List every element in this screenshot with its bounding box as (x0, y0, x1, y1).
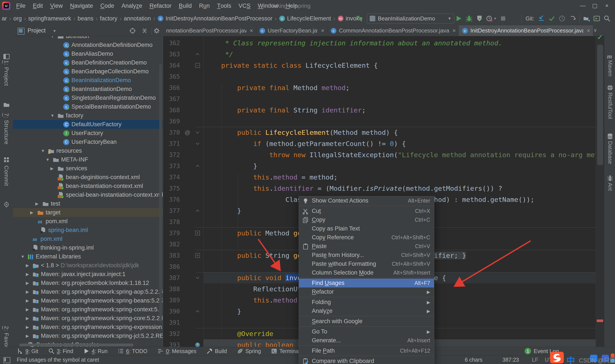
search-everywhere-button[interactable] (602, 13, 612, 24)
tree-expanded-icon[interactable]: ▼ (41, 149, 45, 153)
tree-item[interactable]: cBeanGarbageCollectionDemo (13, 67, 163, 76)
context-menu-file-path[interactable]: File PathCtrl+Alt+F12 (299, 346, 434, 355)
globe[interactable] (606, 84, 614, 92)
breadcrumb-item[interactable]: annotation (124, 15, 151, 22)
caret-position[interactable]: 387:23 (502, 355, 519, 364)
fold-marker-icon[interactable] (193, 306, 202, 317)
menu-tools[interactable]: Tools (213, 0, 235, 12)
tool-button-maven[interactable]: Maven (607, 60, 613, 84)
coverage-button[interactable] (474, 13, 485, 24)
tree-item[interactable]: ▶Maven: org.springframework:spring-conte… (13, 305, 163, 314)
tree-item[interactable]: ▼factory (13, 111, 163, 120)
toolwindow-3-find[interactable]: 3: Find (48, 348, 73, 354)
tree-collapsed-icon[interactable]: ▶ (30, 210, 33, 215)
tree-collapsed-icon[interactable]: ▶ (26, 263, 29, 268)
tree-collapsed-icon[interactable]: ▶ (26, 334, 29, 338)
tree-collapsed-icon[interactable]: ▶ (26, 307, 29, 312)
collapse-all-button[interactable] (141, 27, 148, 35)
toolwindow-spring[interactable]: Spring (237, 348, 261, 354)
tool-button-restfultool[interactable]: RestfulTool (607, 92, 613, 129)
context-menu-find-usages[interactable]: Find UsagesAlt+F7 (299, 279, 434, 287)
tree-item[interactable]: ▼definition (13, 36, 163, 41)
tree-item[interactable]: ▶services (13, 164, 163, 173)
editor-error-stripe[interactable]: ✓ (596, 36, 604, 347)
run-anything-button[interactable] (591, 13, 602, 24)
menu-build[interactable]: Build (175, 0, 195, 12)
breadcrumb-item[interactable]: org (13, 15, 22, 22)
jump-to-source-icon[interactable] (356, 15, 363, 23)
tree-expanded-icon[interactable]: ▼ (50, 113, 54, 118)
fold-marker-icon[interactable] (193, 339, 202, 347)
tree-item[interactable]: special-bean-instantiation-context.xml (13, 191, 163, 199)
context-menu-search-with-google[interactable]: Search with Google (299, 317, 434, 326)
menu-view[interactable]: View (46, 0, 67, 12)
tree-item[interactable]: ▶target (13, 208, 163, 217)
tree-item[interactable]: ▶Maven: javax.inject:javax.inject:1 (13, 270, 163, 279)
locate-button[interactable] (129, 27, 136, 35)
tree-item[interactable]: mpom.xml (13, 217, 163, 226)
context-menu-analyze[interactable]: Analyze▶ (299, 307, 434, 315)
commit-ball[interactable] (3, 201, 10, 209)
tree-item[interactable]: IUserFactory (13, 129, 163, 138)
toolwindow-build[interactable]: Build (206, 348, 227, 354)
context-menu-cut[interactable]: CutCtrl+X (299, 207, 434, 215)
fold-marker-icon[interactable] (193, 138, 202, 149)
fold-marker-icon[interactable] (193, 272, 202, 283)
context-menu-refactor[interactable]: Refactor▶ (299, 287, 434, 296)
context-menu-paste-from-history-[interactable]: Paste from History...Ctrl+Shift+V (299, 251, 434, 260)
ant[interactable] (606, 174, 614, 182)
grid-small[interactable] (3, 156, 10, 164)
tree-collapsed-icon[interactable]: ▶ (35, 201, 39, 206)
tree-item[interactable]: cBeanDefinitionCreationDemo (13, 58, 163, 67)
tree-item[interactable]: cBeanInstantiationDemo (13, 85, 163, 93)
maven-logo[interactable]: m (606, 52, 614, 61)
code-line[interactable]: 363 */ (163, 49, 596, 60)
fold-marker-icon[interactable] (193, 227, 202, 239)
code-line[interactable]: 370@ public LifecycleElement(Method meth… (163, 127, 596, 138)
tree-item[interactable]: ▶< 1.8 > D:\worksprace\devtools\jdk\jdk (13, 261, 163, 270)
tree-item[interactable]: cSingletonBeanRegistrationDemo (13, 93, 163, 102)
tree-expanded-icon[interactable]: ▼ (50, 36, 54, 39)
tree-collapsed-icon[interactable]: ▶ (26, 289, 29, 294)
rollback-button[interactable] (567, 13, 577, 24)
editor-scrollbar-thumb[interactable] (597, 45, 603, 165)
context-menu-generate-[interactable]: Generate...Alt+Insert (299, 336, 434, 345)
code-line[interactable]: 362 * Class representing injection infor… (163, 38, 596, 49)
project-view-chevron-icon[interactable]: ▼ (53, 29, 56, 33)
tree-expanded-icon[interactable]: ▼ (46, 157, 50, 162)
tab-close-icon[interactable]: × (587, 27, 590, 34)
tree-item[interactable]: ▶Maven: org.springframework:spring-jcl:5… (13, 332, 163, 340)
tab-userfactorybean-java[interactable]: cUserFactoryBean.java× (256, 25, 328, 36)
tree-item[interactable]: ▶Maven: org.springframework:spring-beans… (13, 296, 163, 305)
tree-vertical-scrollbar[interactable] (159, 64, 162, 322)
toolwindow-9-git[interactable]: 9: Git (17, 348, 38, 354)
tree-item[interactable]: cBeanAliasDemo (13, 50, 163, 58)
tool-button-7-structure[interactable]: 7: Structure (3, 113, 10, 153)
tab-close-icon[interactable]: × (250, 27, 253, 34)
fold-marker-icon[interactable] (193, 250, 202, 261)
git-commit-button[interactable] (547, 13, 557, 24)
menu-navigate[interactable]: Navigate (67, 0, 97, 12)
toolwindow-4-run[interactable]: 4: Run (83, 348, 107, 354)
tree-item[interactable]: ▼META-INF (13, 155, 163, 164)
tree-item[interactable]: cBeanInitializationDemo (13, 76, 163, 85)
gear-button[interactable] (153, 27, 160, 35)
menu-refactor[interactable]: Refactor (146, 0, 175, 12)
project-tool[interactable] (3, 53, 10, 61)
context-menu-copy[interactable]: CopyCtrl+C (299, 215, 434, 224)
context-menu-column-selection-mode[interactable]: Column Selection ModeAlt+Shift+Insert (299, 268, 434, 277)
tree-expanded-icon[interactable]: ▼ (21, 254, 25, 259)
fold-marker-icon[interactable] (193, 49, 202, 60)
profiler-button[interactable]: ▼ (485, 13, 498, 24)
maximize-button[interactable]: ▢ (589, 1, 601, 10)
code-line[interactable]: 367 (163, 93, 596, 104)
tab-close-icon[interactable]: × (453, 27, 456, 34)
menu-file[interactable]: File (13, 0, 29, 12)
tree-item[interactable]: cSpecialBeanInstantiationDemo (13, 102, 163, 111)
minimize-button[interactable]: — (577, 1, 589, 10)
context-menu-show-context-actions[interactable]: Show Context ActionsAlt+Enter (299, 196, 434, 205)
error-stripe-marker[interactable] (597, 320, 603, 322)
tab-nnotationbeanpostprocessor-java[interactable]: nnotationBeanPostProcessor.java× (163, 25, 256, 36)
code-line[interactable]: 368 private final String identifier; (163, 104, 596, 116)
hidden-tabs-chevron-icon[interactable]: ∨ (593, 27, 597, 33)
